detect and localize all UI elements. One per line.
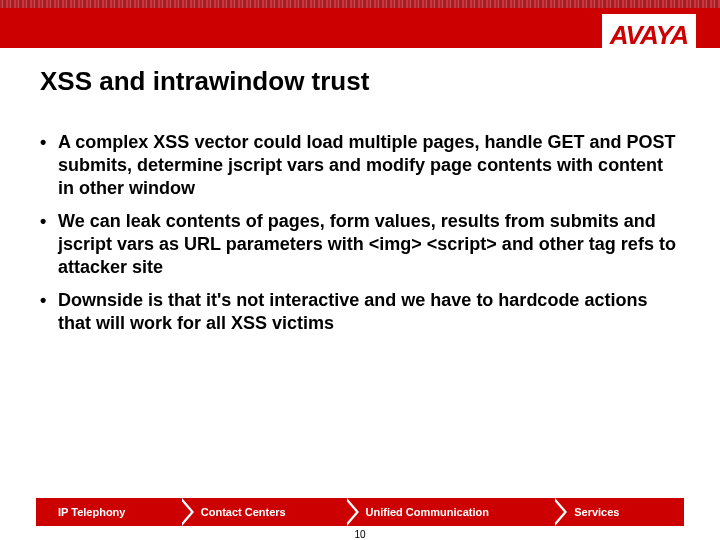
footer-segment-ip-telephony: IP Telephony (36, 498, 179, 526)
page-number: 10 (354, 529, 365, 540)
footer-nav: IP Telephony Contact Centers Unified Com… (0, 498, 720, 526)
footer-segment-contact-centers: Contact Centers (179, 498, 344, 526)
bullet-item: We can leak contents of pages, form valu… (40, 210, 684, 279)
brand-logo-text: AVAYA (610, 20, 688, 51)
header-texture (0, 0, 720, 8)
slide-content: XSS and intrawindow trust A complex XSS … (0, 48, 720, 335)
slide-title: XSS and intrawindow trust (40, 66, 684, 97)
footer-segment-services: Services (552, 498, 684, 526)
bullet-item: A complex XSS vector could load multiple… (40, 131, 684, 200)
header-band: AVAYA (0, 0, 720, 48)
brand-logo: AVAYA (602, 14, 696, 54)
footer-segment-unified-communication: Unified Communication (344, 498, 553, 526)
bullet-item: Downside is that it's not interactive an… (40, 289, 684, 335)
header-bar: AVAYA (0, 8, 720, 45)
bullet-list: A complex XSS vector could load multiple… (40, 131, 684, 335)
